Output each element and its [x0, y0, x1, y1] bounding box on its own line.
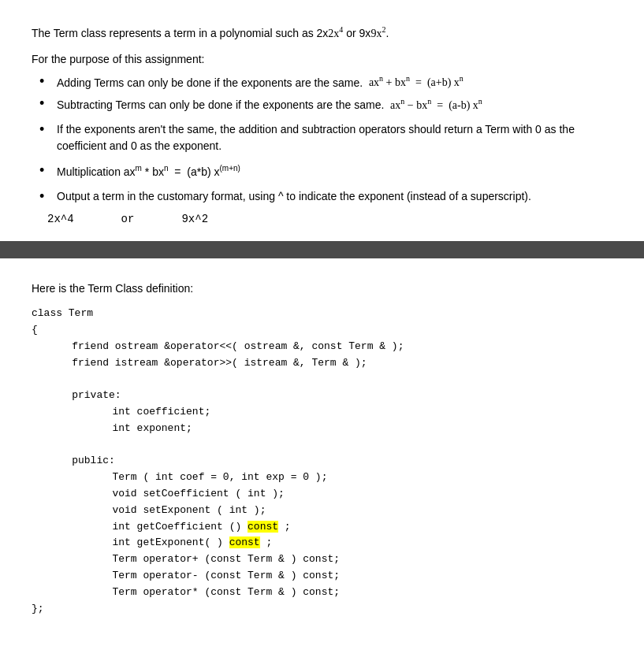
code-line-15c: ;	[260, 536, 273, 548]
code-line-6: private:	[32, 388, 612, 404]
adding-formula: axn + bxn = (a+b) xn	[369, 76, 463, 88]
code-line-13: void setExponent ( int );	[32, 503, 612, 519]
code-line-3: friend ostream &operator<<( ostream &, c…	[32, 339, 612, 355]
code-line-10: public:	[32, 453, 612, 470]
list-item-subtracting: • Subtracting Terms can only be done if …	[39, 95, 612, 113]
list-item-multiplication: • Multiplication axm * bxn = (a*b) x(m+n…	[39, 162, 612, 180]
multiplication-list: • Multiplication axm * bxn = (a*b) x(m+n…	[32, 162, 612, 180]
code-line-4: friend istream &operator>>( istream &, T…	[32, 355, 612, 372]
intro-math2: 9x2	[370, 28, 385, 39]
intro-or: or 9x	[343, 27, 370, 39]
code-line-12: void setCoefficient ( int );	[32, 486, 612, 503]
list-item-exponent-diff: • If the exponents aren't the same, the …	[39, 121, 612, 154]
subtracting-text: Subtracting Terms can only be done if th…	[57, 98, 390, 111]
code-line-19: };	[32, 601, 612, 618]
adding-content: Adding Terms can only be done if the exp…	[57, 73, 612, 91]
exponent-rule-list: • If the exponents aren't the same, the …	[32, 121, 612, 154]
bullet-dot-4: •	[39, 162, 54, 180]
bullet-dot-3: •	[39, 121, 54, 139]
list-item-adding: • Adding Terms can only be done if the e…	[39, 73, 612, 91]
output-content: Output a term in the customary format, u…	[57, 188, 612, 205]
code-block: class Term { friend ostream &operator<<(…	[32, 306, 612, 617]
code-line-7: int coefficient;	[32, 404, 612, 421]
code-line-5	[32, 371, 612, 388]
code-line-11: Term ( int coef = 0, int exp = 0 );	[32, 470, 612, 486]
intro-text-before: The Term class represents a term in a po…	[32, 27, 328, 39]
intro-end: .	[385, 27, 389, 39]
top-section: The Term class represents a term in a po…	[0, 0, 644, 241]
mult-text-before: Multiplication axm * bxn = (a*b) x(m+n)	[57, 165, 240, 178]
code-line-15a: int getExponent( )	[63, 536, 229, 548]
purpose-text: For the purpose of this assignment:	[32, 53, 612, 65]
subtracting-content: Subtracting Terms can only be done if th…	[57, 95, 612, 113]
example-left: 2x^4	[47, 213, 74, 225]
intro-paragraph: The Term class represents a term in a po…	[32, 24, 612, 42]
subtracting-formula: axn − bxn = (a-b) xn	[390, 99, 482, 111]
list-item-output: • Output a term in the customary format,…	[39, 188, 612, 206]
code-line-15: int getExponent( ) const ;	[32, 535, 612, 551]
bullet-dot-5: •	[39, 188, 54, 206]
example-or: or	[121, 213, 135, 225]
code-line-1: class Term	[32, 306, 612, 322]
code-line-17: Term operator- (const Term & ) const;	[32, 568, 612, 585]
code-line-8: int exponent;	[32, 421, 612, 437]
code-line-15-const: const	[229, 536, 260, 548]
intro-math1: 2x4	[328, 28, 343, 39]
bullet-dot-1: •	[39, 73, 54, 91]
class-def-title: Here is the Term Class definition:	[32, 282, 612, 295]
rules-list: • Adding Terms can only be done if the e…	[32, 73, 612, 113]
bottom-section: Here is the Term Class definition: class…	[0, 258, 644, 633]
code-line-2: {	[32, 322, 612, 339]
code-line-14a: int getCoefficient ()	[63, 521, 248, 533]
multiplication-content: Multiplication axm * bxn = (a*b) x(m+n)	[57, 162, 612, 180]
adding-text: Adding Terms can only be done if the exp…	[57, 76, 369, 88]
code-line-14: int getCoefficient () const ;	[32, 519, 612, 536]
code-line-9	[32, 437, 612, 454]
bullet-dot-2: •	[39, 95, 54, 113]
exponent-diff-content: If the exponents aren't the same, the ad…	[57, 121, 612, 154]
code-line-14c: ;	[278, 521, 291, 533]
code-line-18: Term operator* (const Term & ) const;	[32, 585, 612, 601]
code-line-16: Term operator+ (const Term & ) const;	[32, 551, 612, 568]
output-list: • Output a term in the customary format,…	[32, 188, 612, 206]
divider-bar	[0, 241, 644, 258]
example-line: 2x^4 or 9x^2	[47, 213, 612, 225]
code-line-14-const: const	[248, 521, 278, 533]
example-right: 9x^2	[181, 213, 208, 225]
